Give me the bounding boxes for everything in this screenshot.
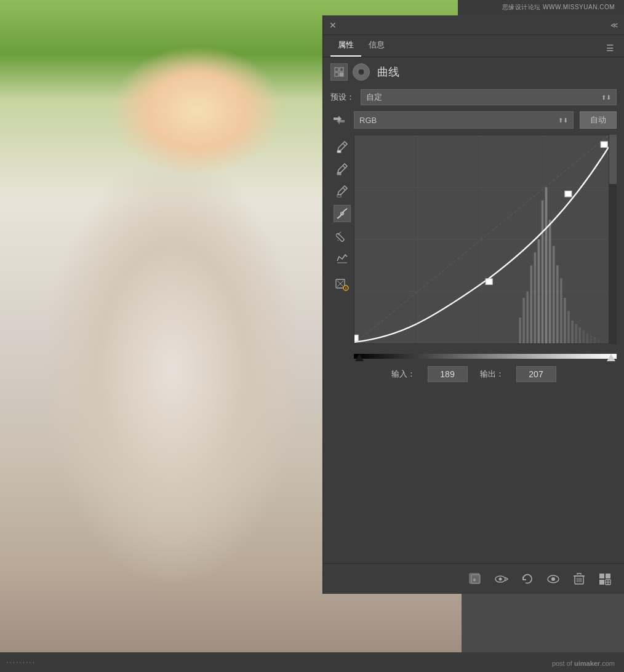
preset-row: 预设： 自定 ⬆⬇	[330, 89, 617, 105]
black-point-handle[interactable]	[355, 354, 364, 361]
svg-rect-7	[337, 151, 341, 153]
preset-dropdown[interactable]: 自定 ⬆⬇	[361, 89, 617, 105]
svg-rect-43	[575, 324, 577, 343]
svg-line-6	[343, 143, 345, 146]
watermark-bottom-text: post of uimaker.com	[552, 660, 615, 667]
curves-grid-icon[interactable]	[330, 63, 348, 81]
preset-label: 预设：	[330, 92, 354, 103]
svg-rect-40	[564, 298, 566, 343]
scrollbar-right[interactable]	[609, 135, 617, 344]
svg-rect-0	[335, 68, 338, 71]
curve-svg	[354, 135, 609, 343]
io-row: 输入： 189 输出： 207	[330, 366, 617, 382]
eyedropper-gray-button[interactable]	[334, 161, 351, 178]
white-point-handle[interactable]	[607, 354, 615, 361]
panel-body: 曲线 预设： 自定 ⬆⬇ RGB ⬆⬇ 自动	[323, 57, 624, 563]
eyedropper-black-button[interactable]	[334, 183, 351, 200]
curve-container: !	[330, 135, 617, 344]
svg-rect-36	[549, 220, 551, 343]
eyedropper-white-button[interactable]	[334, 138, 351, 156]
delete-button[interactable]	[570, 570, 588, 588]
gradient-handles	[354, 351, 617, 361]
svg-rect-53	[601, 142, 607, 148]
visibility-button[interactable]	[544, 570, 562, 588]
svg-point-60	[551, 577, 555, 581]
svg-rect-1	[340, 68, 343, 71]
svg-point-5	[359, 70, 364, 74]
tools-column: !	[330, 135, 354, 344]
svg-rect-48	[594, 337, 596, 343]
watermark-top: 思缘设计论坛 WWW.MISSYUAN.COM	[502, 3, 615, 12]
svg-line-8	[343, 166, 345, 168]
svg-rect-44	[578, 327, 581, 343]
status-bar: ·········	[0, 652, 624, 672]
svg-rect-50	[354, 335, 358, 342]
svg-rect-45	[582, 330, 585, 343]
clipping-warning-button[interactable]: !	[334, 276, 351, 294]
curve-tool-button[interactable]	[334, 205, 351, 222]
panel-settings-button[interactable]	[596, 570, 614, 588]
tab-properties[interactable]: 属性	[330, 36, 361, 57]
tab-info[interactable]: 信息	[361, 36, 392, 57]
tab-menu-button[interactable]: ☰	[604, 39, 617, 57]
svg-line-10	[343, 188, 345, 190]
svg-rect-31	[530, 265, 532, 343]
svg-text:+: +	[473, 577, 476, 583]
title-row: 曲线	[330, 63, 617, 81]
preset-arrow-icon: ⬆⬇	[601, 94, 611, 101]
svg-rect-30	[526, 292, 529, 344]
gradient-row	[330, 351, 617, 361]
curves-panel: ✕ ≪ 属性 信息 ☰	[322, 15, 624, 594]
transfer-channel-icon[interactable]	[330, 111, 348, 129]
svg-rect-39	[560, 278, 562, 343]
collapse-button[interactable]: ≪	[609, 20, 619, 30]
status-dots: ·········	[6, 658, 36, 666]
curve-graph[interactable]	[354, 135, 609, 344]
close-button[interactable]: ✕	[328, 20, 338, 30]
new-adjustment-button[interactable]: +	[466, 570, 485, 588]
svg-rect-42	[571, 321, 574, 343]
panel-footer: +	[323, 563, 624, 594]
svg-rect-49	[598, 338, 600, 343]
channel-arrow-icon: ⬆⬇	[558, 117, 568, 124]
gradient-bar-wrap	[354, 351, 617, 361]
watermark-bottom: post of uimaker.com	[552, 660, 615, 667]
svg-rect-9	[337, 173, 341, 175]
tabs-bar: 属性 信息 ☰	[323, 35, 624, 57]
layer-mask-icon[interactable]	[353, 63, 370, 81]
svg-rect-46	[586, 334, 589, 343]
input-label: 输入：	[391, 369, 415, 380]
view-mode-button[interactable]	[492, 570, 511, 588]
svg-rect-68	[599, 580, 604, 585]
output-value[interactable]: 207	[516, 366, 556, 382]
svg-text:!: !	[345, 286, 347, 291]
panel-header: ✕ ≪	[323, 15, 624, 35]
svg-rect-33	[538, 239, 540, 343]
svg-rect-52	[565, 191, 572, 197]
close-icon: ✕	[329, 20, 337, 30]
collapse-icon: ≪	[610, 21, 618, 30]
reset-button[interactable]	[518, 570, 537, 588]
svg-rect-3	[340, 73, 343, 76]
top-bar: 思缘设计论坛 WWW.MISSYUAN.COM	[458, 0, 624, 15]
svg-rect-32	[534, 252, 537, 343]
svg-rect-66	[599, 574, 604, 578]
svg-rect-37	[553, 246, 555, 343]
pencil-tool-button[interactable]	[334, 227, 351, 244]
svg-rect-2	[335, 73, 338, 76]
channel-dropdown[interactable]: RGB ⬆⬇	[354, 111, 574, 129]
input-value[interactable]: 189	[428, 366, 468, 382]
svg-rect-28	[519, 318, 521, 343]
svg-rect-38	[556, 265, 559, 343]
svg-rect-11	[337, 195, 341, 197]
svg-rect-41	[567, 311, 570, 343]
svg-rect-51	[486, 279, 492, 285]
output-label: 输出：	[480, 369, 504, 380]
auto-button[interactable]: 自动	[580, 111, 617, 129]
svg-point-58	[499, 577, 502, 580]
scrollbar-thumb[interactable]	[609, 135, 617, 184]
svg-rect-35	[545, 188, 548, 344]
svg-rect-47	[590, 335, 593, 343]
tab-menu-icon: ☰	[606, 43, 614, 53]
smooth-tool-button[interactable]	[334, 249, 351, 266]
